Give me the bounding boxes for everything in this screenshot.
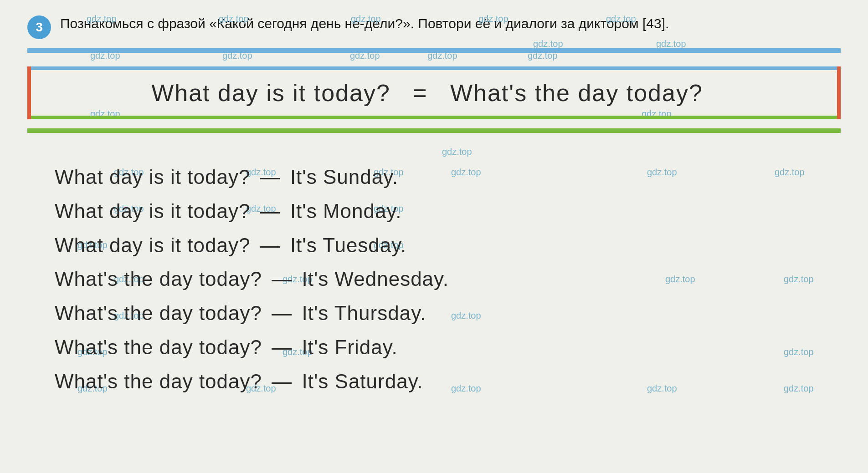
watermark: gdz.top bbox=[656, 39, 686, 49]
dialog-7-dash: — bbox=[272, 370, 292, 392]
dialog-1-question: What day is it today? bbox=[55, 166, 250, 188]
dialog-4-answer: It's Wednesday. bbox=[302, 268, 449, 290]
dialog-6-answer: It's Friday. bbox=[302, 336, 397, 358]
exercise-number: 3 bbox=[27, 15, 51, 39]
phrase-box: gdz.top gdz.top gdz.top gdz.top gdz.top … bbox=[27, 66, 841, 119]
phrase-right: What's the day today? bbox=[450, 80, 703, 106]
dialog-7-answer: It's Saturday. bbox=[302, 370, 423, 392]
phrase-left: What day is it today? bbox=[151, 80, 390, 106]
dialog-line-3: What day is it today? — It's Tuesday. bbox=[55, 229, 813, 263]
dialog-3-answer: It's Tuesday. bbox=[290, 234, 406, 256]
page: 3 Познакомься с фразой «Какой сегодня де… bbox=[0, 0, 868, 473]
dialog-2-question: What day is it today? bbox=[55, 200, 250, 222]
dialog-4-dash: — bbox=[272, 268, 292, 290]
dialog-3-question: What day is it today? bbox=[55, 234, 250, 256]
dialog-2-dash: — bbox=[260, 200, 281, 222]
watermark: gdz.top bbox=[533, 39, 563, 49]
phrase-line: What day is it today? = What's the day t… bbox=[45, 75, 810, 111]
dialogs-section: gdz.top gdz.top gdz.top gdz.top gdz.top … bbox=[27, 147, 841, 399]
dialog-line-1: What day is it today? — It's Sunday. bbox=[55, 160, 813, 194]
dialog-line-7: What's the day today? — It's Saturday. bbox=[55, 365, 813, 399]
dialog-5-answer: It's Thursday. bbox=[302, 302, 426, 324]
exercise-instruction: Познакомься с фразой «Какой сегодня день… bbox=[60, 14, 669, 34]
dialog-7-question: What's the day today? bbox=[55, 370, 262, 392]
dialog-4-question: What's the day today? bbox=[55, 268, 262, 290]
dialogs-container: gdz.top gdz.top gdz.top gdz.top gdz.top … bbox=[55, 160, 813, 399]
dialog-5-question: What's the day today? bbox=[55, 302, 262, 324]
dialog-2-answer: It's Monday. bbox=[290, 200, 402, 222]
blue-bar bbox=[27, 48, 841, 53]
dialog-line-4: What's the day today? — It's Wednesday. bbox=[55, 262, 813, 296]
exercise-header: 3 Познакомься с фразой «Какой сегодня де… bbox=[27, 14, 841, 39]
dialog-line-6: What's the day today? — It's Friday. bbox=[55, 331, 813, 365]
phrase-equals: = bbox=[413, 80, 427, 106]
dialog-line-5: What's the day today? — It's Thursday. bbox=[55, 296, 813, 331]
dialog-5-dash: — bbox=[272, 302, 292, 324]
dialog-1-dash: — bbox=[260, 166, 281, 188]
green-bar bbox=[27, 128, 841, 133]
watermark: gdz.top bbox=[442, 147, 472, 157]
dialog-1-answer: It's Sunday. bbox=[290, 166, 398, 188]
dialog-3-dash: — bbox=[260, 234, 281, 256]
dialog-line-2: What day is it today? — It's Monday. bbox=[55, 194, 813, 229]
dialog-6-question: What's the day today? bbox=[55, 336, 262, 358]
dialog-6-dash: — bbox=[272, 336, 292, 358]
